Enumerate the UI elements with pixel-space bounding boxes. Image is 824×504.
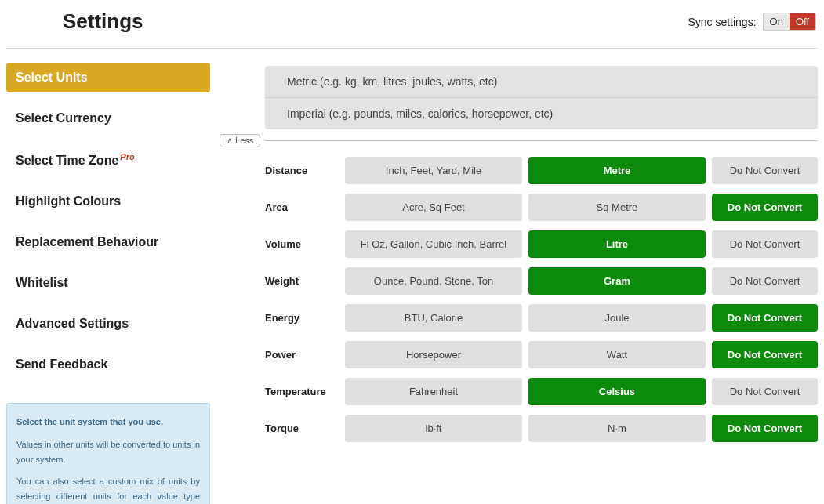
unit-option[interactable]: Gram: [528, 267, 706, 295]
unit-option[interactable]: Do Not Convert: [712, 378, 818, 405]
unit-option[interactable]: Sq Metre: [528, 194, 706, 221]
sidebar-item-label: Whitelist: [16, 276, 68, 289]
sync-toggle[interactable]: On Off: [763, 13, 816, 31]
unit-row-weight: WeightOunce, Pound, Stone, TonGramDo Not…: [265, 267, 818, 295]
collapse-less-button[interactable]: ∧ Less: [220, 134, 260, 147]
collapse-divider: [265, 140, 818, 141]
preset-metric[interactable]: Metric (e.g. kg, km, litres, joules, wat…: [265, 66, 818, 97]
preset-box: Metric (e.g. kg, km, litres, joules, wat…: [265, 66, 818, 129]
unit-option[interactable]: Do Not Convert: [712, 194, 818, 221]
unit-row-label: Energy: [265, 312, 339, 324]
unit-row-power: PowerHorsepowerWattDo Not Convert: [265, 341, 818, 368]
unit-row-label: Power: [265, 349, 339, 361]
unit-option[interactable]: Acre, Sq Feet: [345, 194, 522, 221]
unit-option[interactable]: Metre: [528, 157, 706, 184]
page-title: Settings: [63, 9, 143, 34]
sidebar-item-label: Replacement Behaviour: [16, 235, 158, 248]
unit-option[interactable]: lb·ft: [345, 415, 522, 442]
unit-rows: DistanceInch, Feet, Yard, MileMetreDo No…: [265, 157, 818, 442]
sync-toggle-off[interactable]: Off: [790, 13, 815, 30]
info-box: Select the unit system that you use. Val…: [6, 403, 210, 504]
unit-row-label: Distance: [265, 165, 339, 176]
sidebar-item-label: Select Time Zone: [16, 154, 118, 167]
unit-option[interactable]: N·m: [528, 415, 706, 442]
preset-imperial[interactable]: Imperial (e.g. pounds, miles, calories, …: [265, 97, 818, 129]
unit-option[interactable]: Do Not Convert: [712, 230, 818, 258]
unit-option[interactable]: Do Not Convert: [712, 157, 818, 184]
unit-row-label: Weight: [265, 275, 339, 287]
sync-label: Sync settings:: [688, 16, 756, 28]
sidebar-item-0[interactable]: Select Units: [6, 63, 210, 92]
sidebar-item-6[interactable]: Advanced Settings: [6, 309, 210, 339]
sync-toggle-on[interactable]: On: [764, 13, 790, 30]
unit-row-energy: EnergyBTU, CalorieJouleDo Not Convert: [265, 304, 818, 332]
sidebar-item-label: Select Units: [16, 71, 88, 84]
sidebar-item-2[interactable]: Select Time ZonePro: [6, 144, 210, 176]
unit-option[interactable]: Inch, Feet, Yard, Mile: [345, 157, 522, 184]
sidebar-item-label: Send Feedback: [16, 357, 107, 371]
sidebar-item-label: Select Currency: [16, 111, 111, 125]
sidebar-item-4[interactable]: Replacement Behaviour: [6, 227, 210, 257]
info-line-1: Select the unit system that you use.: [16, 415, 200, 430]
sidebar-item-5[interactable]: Whitelist: [6, 268, 210, 298]
unit-option[interactable]: Litre: [528, 230, 706, 258]
unit-row-area: AreaAcre, Sq FeetSq MetreDo Not Convert: [265, 194, 818, 221]
sidebar-item-7[interactable]: Send Feedback: [6, 350, 210, 379]
unit-row-volume: VolumeFl Oz, Gallon, Cubic Inch, BarrelL…: [265, 230, 818, 258]
pro-badge: Pro: [120, 152, 134, 161]
sidebar-nav: Select UnitsSelect CurrencySelect Time Z…: [6, 63, 210, 379]
unit-option[interactable]: Celsius: [528, 378, 706, 405]
sidebar-item-3[interactable]: Highlight Colours: [6, 187, 210, 216]
unit-option[interactable]: Fl Oz, Gallon, Cubic Inch, Barrel: [345, 230, 522, 258]
sidebar-item-label: Advanced Settings: [16, 317, 129, 330]
unit-row-label: Torque: [265, 422, 339, 434]
unit-row-temperature: TemperatureFahrenheitCelsiusDo Not Conve…: [265, 378, 818, 405]
sidebar-item-label: Highlight Colours: [16, 194, 121, 208]
sidebar-item-1[interactable]: Select Currency: [6, 103, 210, 133]
unit-row-distance: DistanceInch, Feet, Yard, MileMetreDo No…: [265, 157, 818, 184]
unit-row-label: Volume: [265, 238, 339, 250]
unit-option[interactable]: Horsepower: [345, 341, 522, 368]
unit-option[interactable]: Watt: [528, 341, 706, 368]
unit-row-label: Temperature: [265, 386, 339, 397]
unit-option[interactable]: Do Not Convert: [712, 267, 818, 295]
unit-option[interactable]: Ounce, Pound, Stone, Ton: [345, 267, 522, 295]
unit-option[interactable]: BTU, Calorie: [345, 304, 522, 332]
info-line-2: Values in other units will be converted …: [16, 437, 200, 466]
unit-row-torque: Torquelb·ftN·mDo Not Convert: [265, 415, 818, 442]
info-line-3: You can also select a custom mix of unit…: [16, 474, 200, 504]
unit-row-label: Area: [265, 201, 339, 213]
unit-option[interactable]: Do Not Convert: [712, 415, 818, 442]
unit-option[interactable]: Do Not Convert: [712, 304, 818, 332]
unit-option[interactable]: Fahrenheit: [345, 378, 522, 405]
unit-option[interactable]: Joule: [528, 304, 706, 332]
unit-option[interactable]: Do Not Convert: [712, 341, 818, 368]
header-divider: [6, 48, 818, 49]
